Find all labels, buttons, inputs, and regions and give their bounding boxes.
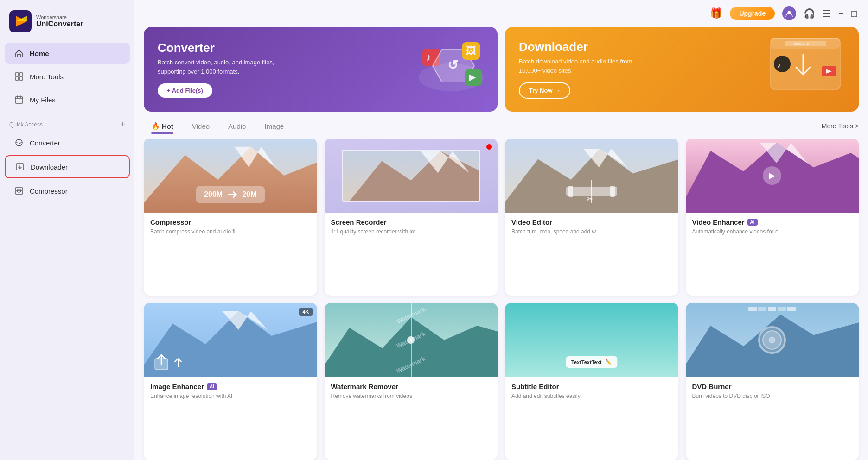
svg-rect-7 bbox=[19, 77, 23, 80]
img-enhancer-title: Image Enhancer AI bbox=[150, 383, 311, 391]
ai-badge: AI bbox=[747, 219, 758, 226]
svg-text:♪: ♪ bbox=[777, 60, 781, 69]
enhancer-desc: Automatically enhance videos for c... bbox=[692, 228, 853, 236]
tool-card-compressor[interactable]: 200M 20M Compressor Batch compress video… bbox=[144, 139, 317, 296]
tool-card-image-enhancer[interactable]: 4K Image Enhancer bbox=[144, 303, 317, 460]
watermark-title: Watermark Remover bbox=[331, 383, 491, 391]
home-icon bbox=[14, 48, 24, 58]
divider-handle bbox=[407, 336, 415, 344]
headphone-icon[interactable]: 🎧 bbox=[804, 8, 815, 19]
converter-banner-desc: Batch convert video, audio, and image fi… bbox=[158, 58, 287, 76]
subtitle-desc: Add and edit subtitles easily bbox=[511, 392, 672, 400]
tool-card-screen-recorder[interactable]: Screen Recorder 1:1 quality screen recor… bbox=[325, 139, 498, 296]
enhancer-card-info: Video Enhancer AI Automatically enhance … bbox=[686, 213, 859, 242]
subtitle-card-info: Subtitle Editor Add and edit subtitles e… bbox=[505, 377, 678, 407]
gift-icon[interactable]: 🎁 bbox=[710, 7, 722, 19]
enhancer-thumbnail: ▶ bbox=[686, 139, 859, 213]
compress-to: 20M bbox=[242, 190, 256, 199]
converter-banner[interactable]: Converter Batch convert video, audio, an… bbox=[144, 27, 498, 112]
svg-rect-3 bbox=[18, 54, 20, 57]
watermark-thumbnail: Watermark Watermark Watermark bbox=[325, 303, 498, 377]
sidebar-item-my-files[interactable]: My Files bbox=[5, 89, 130, 110]
quick-access-add-button[interactable]: + bbox=[120, 120, 125, 129]
dvd-thumbnail bbox=[686, 303, 859, 377]
tools-grid: 200M 20M Compressor Batch compress video… bbox=[134, 139, 868, 460]
sidebar-downloader-label: Downloader bbox=[31, 163, 68, 171]
upgrade-button[interactable]: Upgrade bbox=[730, 7, 775, 20]
compressor-thumbnail: 200M 20M bbox=[144, 139, 317, 213]
sidebar-item-more-tools[interactable]: More Tools bbox=[5, 66, 130, 87]
svg-text:♪: ♪ bbox=[426, 51, 431, 63]
tab-audio[interactable]: Audio bbox=[221, 120, 253, 133]
sidebar-compressor-label: Compressor bbox=[30, 187, 68, 195]
sidebar-my-files-label: My Files bbox=[30, 96, 56, 104]
user-avatar[interactable] bbox=[782, 6, 796, 20]
img-enhancer-desc: Enhance image resolution with AI bbox=[150, 392, 311, 400]
recorder-thumbnail bbox=[325, 139, 498, 213]
svg-rect-42 bbox=[568, 186, 573, 197]
dvd-filmstrip bbox=[748, 307, 796, 311]
svg-rect-5 bbox=[19, 73, 23, 76]
tool-card-subtitle[interactable]: TextTextText ✏️ Subtitle Editor Add and … bbox=[505, 303, 678, 460]
compressor-icon bbox=[14, 186, 24, 196]
sidebar-home-label: Home bbox=[30, 50, 49, 57]
svg-rect-4 bbox=[15, 73, 19, 76]
maximize-button[interactable]: □ bbox=[851, 8, 857, 19]
recorder-title: Screen Recorder bbox=[331, 218, 491, 226]
downloader-try-now-button[interactable]: Try Now → bbox=[519, 82, 570, 99]
tab-video-label: Video bbox=[192, 122, 210, 130]
svg-text:xxx.com: xxx.com bbox=[794, 41, 809, 46]
tool-card-dvd[interactable]: DVD Burner Burn videos to DVD disc or IS… bbox=[686, 303, 859, 460]
editor-card-info: Video Editor Batch trim, crop, speed and… bbox=[505, 213, 678, 242]
converter-icon bbox=[14, 138, 24, 148]
tool-card-watermark[interactable]: Watermark Watermark Watermark Watermark … bbox=[325, 303, 498, 460]
watermark-card-info: Watermark Remover Remove watermarks from… bbox=[325, 377, 498, 407]
tab-image-label: Image bbox=[264, 122, 284, 130]
img-enhancer-thumbnail: 4K bbox=[144, 303, 317, 377]
logo-brand: Wondershare bbox=[36, 14, 83, 20]
category-tabs: 🔥 🔥 Hot Hot Video Audio Image More Tools… bbox=[134, 119, 868, 139]
tab-audio-label: Audio bbox=[228, 122, 246, 130]
compress-arrow-icon bbox=[227, 189, 237, 200]
subtitle-edit-icon: ✏️ bbox=[605, 359, 612, 365]
converter-banner-graphic: ♪ ↺ 🖼 ▶ bbox=[414, 36, 488, 103]
tab-video[interactable]: Video bbox=[185, 120, 217, 133]
downloader-banner-graphic: xxx.com ♪ bbox=[757, 34, 849, 105]
sidebar: Wondershare UniConverter Home More Tools bbox=[0, 0, 134, 460]
play-button-icon: ▶ bbox=[763, 166, 781, 185]
banners-section: Converter Batch convert video, audio, an… bbox=[134, 27, 868, 119]
svg-text:🖼: 🖼 bbox=[466, 45, 476, 57]
subtitle-preview-text: TextTextText bbox=[571, 359, 601, 365]
sidebar-item-converter[interactable]: Converter bbox=[5, 132, 130, 153]
sidebar-more-tools-label: More Tools bbox=[30, 73, 64, 81]
svg-rect-54 bbox=[411, 340, 413, 340]
menu-icon[interactable]: ☰ bbox=[823, 8, 831, 19]
more-tools-icon bbox=[14, 71, 24, 82]
svg-text:✂: ✂ bbox=[587, 195, 593, 203]
svg-text:↺: ↺ bbox=[447, 58, 458, 72]
converter-add-files-button[interactable]: + Add File(s) bbox=[158, 83, 212, 98]
sidebar-item-downloader[interactable]: Downloader bbox=[5, 155, 130, 178]
enhancer-title: Video Enhancer AI bbox=[692, 218, 853, 226]
minimize-button[interactable]: − bbox=[838, 8, 844, 19]
tool-card-video-editor[interactable]: ✂ Video Editor Batch trim, crop, speed a… bbox=[505, 139, 678, 296]
rec-frame bbox=[342, 150, 480, 202]
upscale-arrows bbox=[153, 351, 184, 370]
dvd-title: DVD Burner bbox=[692, 383, 853, 391]
main-content: 🎁 Upgrade 🎧 ☰ − □ Converter Batch conver… bbox=[134, 0, 868, 460]
tool-card-video-enhancer[interactable]: ▶ Video Enhancer AI Automatically enhanc… bbox=[686, 139, 859, 296]
tab-image[interactable]: Image bbox=[257, 120, 291, 133]
compressor-title: Compressor bbox=[150, 218, 311, 226]
tab-hot[interactable]: 🔥 🔥 Hot Hot bbox=[144, 119, 181, 133]
svg-rect-53 bbox=[408, 340, 410, 340]
sidebar-item-home[interactable]: Home bbox=[5, 43, 130, 64]
sidebar-item-compressor[interactable]: Compressor bbox=[5, 180, 130, 202]
dvd-desc: Burn videos to DVD disc or ISO bbox=[692, 392, 853, 400]
sidebar-converter-label: Converter bbox=[30, 139, 60, 147]
recorder-card-info: Screen Recorder 1:1 quality screen recor… bbox=[325, 213, 498, 242]
downloader-banner[interactable]: Downloader Batch download video and audi… bbox=[505, 27, 859, 112]
logo-text: Wondershare UniConverter bbox=[36, 14, 83, 28]
more-tools-link[interactable]: More Tools > bbox=[822, 122, 859, 130]
logo-area: Wondershare UniConverter bbox=[0, 6, 134, 42]
downloader-banner-desc: Batch download video and audio files fro… bbox=[519, 57, 649, 75]
